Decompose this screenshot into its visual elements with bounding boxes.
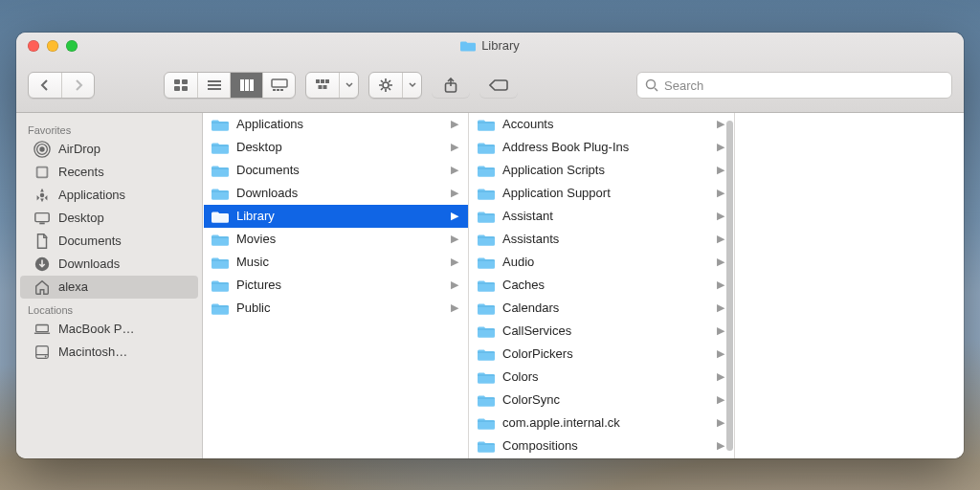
column-1[interactable]: Accounts▶Address Book Plug-Ins▶Applicati…	[469, 113, 735, 458]
svg-rect-49	[212, 213, 229, 214]
svg-rect-67	[478, 420, 495, 421]
sidebar-item-airdrop[interactable]: AirDrop	[20, 138, 198, 161]
folder-label: Downloads	[236, 186, 298, 200]
folder-row[interactable]: Containers▶	[470, 457, 734, 458]
zoom-button[interactable]	[66, 40, 78, 52]
view-mode-switcher	[164, 72, 296, 99]
chevron-right-icon: ▶	[451, 210, 458, 222]
scrollbar[interactable]	[726, 121, 733, 451]
folder-label: Applications	[236, 117, 303, 131]
folder-row[interactable]: Public▶	[204, 297, 468, 320]
tags-button[interactable]	[479, 73, 518, 98]
folder-label: Audio	[502, 255, 534, 269]
folder-row[interactable]: Movies▶	[204, 228, 468, 251]
svg-rect-37	[35, 212, 49, 221]
folder-row[interactable]: Assistant▶	[470, 205, 734, 228]
view-columns-button[interactable]	[230, 73, 262, 98]
folder-row[interactable]: Address Book Plug-Ins▶	[470, 136, 734, 159]
svg-rect-45	[212, 122, 229, 122]
svg-rect-14	[316, 79, 320, 83]
sidebar-item-alexa[interactable]: alexa	[20, 276, 198, 299]
tag-icon	[489, 78, 508, 92]
action-menu[interactable]	[368, 72, 422, 99]
folder-icon	[460, 39, 476, 52]
folder-label: Address Book Plug-Ins	[502, 140, 629, 154]
folder-row[interactable]: com.apple.internal.ck▶	[470, 412, 734, 434]
share-button[interactable]	[432, 73, 470, 98]
svg-point-36	[40, 192, 45, 197]
folder-row[interactable]: Assistants▶	[470, 228, 734, 251]
window-controls	[16, 40, 78, 52]
back-button[interactable]	[29, 73, 61, 98]
chevron-right-icon: ▶	[451, 187, 458, 199]
folder-row[interactable]: Downloads▶	[204, 182, 468, 205]
folder-label: Pictures	[236, 278, 281, 292]
folder-row[interactable]: CallServices▶	[470, 320, 734, 343]
svg-rect-63	[478, 328, 495, 329]
folder-row[interactable]: Library▶	[204, 205, 468, 228]
folder-row[interactable]: Application Scripts▶	[470, 159, 734, 182]
folder-row[interactable]: Calendars▶	[470, 297, 734, 320]
folder-label: Accounts	[502, 117, 553, 131]
folder-label: Colors	[502, 369, 539, 384]
chevron-right-icon: ▶	[717, 393, 724, 406]
chevron-right-icon: ▶	[717, 187, 724, 199]
chevron-right-icon: ▶	[717, 324, 724, 337]
svg-line-24	[381, 80, 383, 82]
forward-button[interactable]	[61, 73, 94, 98]
folder-row[interactable]: Audio▶	[470, 251, 734, 274]
chevron-right-icon: ▶	[451, 256, 458, 268]
sidebar-item-applications[interactable]: Applications	[20, 184, 198, 207]
minimize-button[interactable]	[47, 40, 58, 52]
folder-label: Compositions	[502, 438, 578, 453]
column-2[interactable]	[735, 113, 964, 458]
folder-label: Library	[236, 209, 275, 223]
chevron-down-icon	[409, 82, 416, 88]
view-icons-button[interactable]	[165, 73, 197, 98]
folder-row[interactable]: Pictures▶	[204, 274, 468, 297]
svg-rect-61	[478, 282, 495, 283]
svg-point-29	[647, 80, 656, 89]
folder-label: Assistant	[502, 209, 553, 223]
svg-point-19	[383, 82, 389, 88]
sidebar-item-label: Macintosh…	[58, 345, 127, 359]
view-list-button[interactable]	[197, 73, 230, 98]
svg-rect-60	[478, 259, 495, 260]
folder-row[interactable]: Applications▶	[204, 113, 468, 136]
titlebar: Library	[16, 33, 964, 113]
svg-rect-47	[212, 167, 229, 168]
folder-row[interactable]: ColorSync▶	[470, 389, 734, 412]
folder-row[interactable]: Accounts▶	[470, 113, 734, 136]
folder-row[interactable]: Documents▶	[204, 159, 468, 182]
sidebar-item-documents[interactable]: Documents	[20, 230, 198, 253]
sidebar-item-downloads[interactable]: Downloads	[20, 253, 198, 276]
view-gallery-button[interactable]	[262, 73, 295, 98]
svg-rect-54	[478, 122, 495, 122]
sidebar-item-label: MacBook P…	[58, 322, 134, 336]
folder-label: Public	[236, 301, 270, 315]
grid-icon	[173, 78, 189, 92]
folder-row[interactable]: Compositions▶	[470, 434, 734, 457]
search-field[interactable]	[636, 72, 952, 99]
folder-row[interactable]: Application Support▶	[470, 182, 734, 205]
sidebar-item-macbook-p-[interactable]: MacBook P…	[20, 318, 198, 341]
share-icon	[444, 78, 457, 93]
recents-icon	[33, 164, 51, 181]
sidebar-item-recents[interactable]: Recents	[20, 161, 198, 184]
sidebar-item-desktop[interactable]: Desktop	[20, 207, 198, 230]
arrange-menu[interactable]	[305, 72, 359, 99]
folder-row[interactable]: Colors▶	[470, 366, 734, 389]
folder-row[interactable]: Music▶	[204, 251, 468, 274]
sidebar-item-label: Applications	[58, 188, 125, 202]
folder-label: ColorSync	[502, 392, 560, 407]
toolbar	[16, 59, 964, 112]
column-0[interactable]: Applications▶Desktop▶Documents▶Downloads…	[203, 113, 469, 458]
folder-row[interactable]: ColorPickers▶	[470, 343, 734, 366]
sidebar-item-macintosh-[interactable]: Macintosh…	[20, 341, 198, 364]
search-input[interactable]	[664, 78, 944, 93]
search-icon	[645, 78, 658, 92]
close-button[interactable]	[28, 40, 39, 52]
folder-row[interactable]: Caches▶	[470, 274, 734, 297]
svg-rect-56	[478, 167, 495, 168]
folder-row[interactable]: Desktop▶	[204, 136, 468, 159]
